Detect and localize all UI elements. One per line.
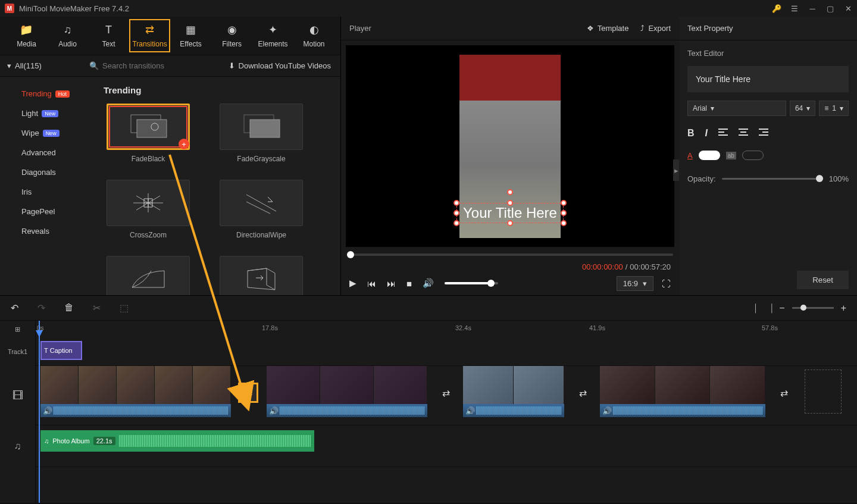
handle-tm[interactable] (507, 200, 513, 206)
timeline-fit-button[interactable]: ⎸⎹ (755, 303, 772, 314)
trans-thumb-fadeblack[interactable]: + (107, 104, 190, 150)
redo-button[interactable]: ↷ (37, 302, 45, 314)
transition-slot-1[interactable]: ⇄ (238, 383, 258, 403)
audio-clip[interactable]: ♫ Photo Album 22.1s (40, 430, 314, 452)
trans-pagecurl[interactable]: PageCurl (104, 256, 193, 295)
italic-button[interactable]: I (705, 128, 708, 139)
filters-tab[interactable]: ◉Filters (211, 19, 252, 52)
video-clip-4[interactable]: 🔊 (600, 366, 765, 417)
effects-tab[interactable]: ▦Effects (170, 19, 211, 52)
delete-button[interactable]: 🗑 (64, 302, 74, 314)
play-button[interactable]: ▶ (349, 278, 356, 289)
volume-icon[interactable]: 🔊 (423, 278, 434, 289)
export-button[interactable]: ⤴Export (640, 24, 671, 33)
trans-fold[interactable]: Fold (217, 256, 306, 295)
add-track-button[interactable]: ⊞ (0, 321, 35, 337)
cat-light[interactable]: LightNew (0, 104, 89, 123)
preview-viewport[interactable]: Your Title Here (346, 45, 674, 247)
opacity-slider[interactable] (722, 178, 823, 180)
cut-button[interactable]: ✂ (93, 302, 101, 314)
color-swatch-none[interactable] (742, 151, 764, 160)
timeline-ruler[interactable]: 0s 17.8s 32.4s 41.9s 57.8s (36, 321, 857, 337)
handle-mr[interactable] (561, 210, 567, 216)
key-icon[interactable]: 🔑 (772, 4, 781, 12)
handle-ml[interactable] (453, 210, 459, 216)
volume-slider[interactable] (445, 282, 498, 284)
zoom-in-button[interactable]: + (841, 303, 846, 314)
minimize-button[interactable]: ─ (808, 4, 817, 12)
trans-directionalwipe[interactable]: DirectionalWipe (217, 180, 306, 239)
transitions-tab[interactable]: ⇄Transitions (129, 19, 170, 52)
font-select[interactable]: Arial▾ (687, 101, 786, 116)
media-tab[interactable]: 📁Media (6, 19, 47, 52)
transition-slot-3[interactable]: ⇄ (573, 383, 593, 403)
video-track[interactable]: 🔊 ⇄ 🔊 ⇄ 🔊 ⇄ 🔊 ⇄ (36, 366, 857, 425)
handle-bm[interactable] (507, 220, 513, 226)
motion-tab[interactable]: ◐Motion (293, 19, 334, 52)
video-clip-2[interactable]: 🔊 (267, 366, 427, 417)
title-overlay[interactable]: Your Title Here (456, 203, 564, 223)
zoom-slider[interactable] (792, 307, 834, 309)
fullscreen-button[interactable]: ⛶ (662, 278, 671, 289)
undo-button[interactable]: ↶ (11, 302, 18, 314)
handle-bl[interactable] (453, 220, 459, 226)
close-button[interactable]: ✕ (844, 4, 852, 12)
cat-trending[interactable]: TrendingHot (0, 84, 89, 104)
text-color-button[interactable]: A (687, 151, 693, 160)
category-all[interactable]: ▾All(115) (0, 61, 89, 70)
zoom-out-button[interactable]: − (779, 303, 784, 314)
trans-fadegrayscale[interactable]: FadeGrayscale (217, 104, 306, 163)
cat-reveals[interactable]: Reveals (0, 221, 89, 241)
expand-tab[interactable]: ▸ (673, 159, 679, 181)
elements-tab[interactable]: ✦Elements (252, 19, 293, 52)
caption-track[interactable]: TCaption (36, 337, 857, 366)
add-icon[interactable]: + (179, 139, 189, 149)
video-clip-3[interactable]: 🔊 (463, 366, 564, 417)
search-input[interactable] (102, 61, 202, 70)
playhead[interactable] (39, 321, 40, 503)
bold-button[interactable]: B (687, 128, 695, 139)
handle-br[interactable] (561, 220, 567, 226)
crop-button[interactable]: ⬚ (120, 302, 129, 314)
maximize-button[interactable]: ▢ (826, 4, 834, 12)
video-clip-1[interactable]: 🔊 (40, 366, 231, 417)
cat-wipe[interactable]: WipeNew (0, 123, 89, 143)
line-height-select[interactable]: ≡1▾ (819, 101, 849, 116)
prev-button[interactable]: ⏮ (367, 278, 376, 289)
size-select[interactable]: 64▾ (790, 101, 815, 116)
transition-slot-2[interactable]: ⇄ (436, 383, 456, 403)
scrub-bar[interactable] (347, 251, 673, 259)
caption-clip[interactable]: TCaption (40, 341, 82, 360)
highlight-button[interactable]: ab (726, 152, 736, 159)
cat-pagepeel[interactable]: PagePeel (0, 202, 89, 221)
pagecurl-preview-icon (127, 266, 169, 292)
next-button[interactable]: ⏭ (387, 278, 396, 289)
stop-button[interactable]: ■ (406, 278, 412, 289)
transition-slot-4[interactable]: ⇄ (774, 383, 794, 403)
reset-button[interactable]: Reset (797, 271, 849, 289)
text-tab[interactable]: TText (88, 19, 129, 52)
clip-placeholder[interactable] (805, 370, 842, 414)
menu-icon[interactable]: ☰ (790, 4, 799, 12)
align-center-button[interactable] (739, 128, 748, 139)
scrub-head[interactable] (347, 251, 354, 258)
aspect-select[interactable]: 16:9▾ (617, 276, 653, 291)
search-box[interactable]: 🔍 (89, 61, 219, 70)
handle-rotate[interactable] (507, 189, 513, 195)
cat-iris[interactable]: Iris (0, 182, 89, 202)
cat-advanced[interactable]: Advanced (0, 143, 89, 162)
template-button[interactable]: ❖Template (587, 24, 629, 33)
cat-diagonals[interactable]: Diagonals (0, 162, 89, 182)
download-youtube-link[interactable]: ⬇Download YouTube Videos (219, 61, 340, 70)
audio-track[interactable]: ♫ Photo Album 22.1s (36, 425, 857, 467)
audio-tab[interactable]: ♫Audio (47, 19, 88, 52)
trans-fadeblack[interactable]: + FadeBlack (104, 104, 193, 163)
align-left-button[interactable] (718, 128, 728, 139)
app-title: MiniTool MovieMaker Free 7.4.2 (19, 4, 129, 13)
handle-tr[interactable] (561, 200, 567, 206)
title-input[interactable] (687, 66, 849, 92)
trans-crosszoom[interactable]: CrossZoom (104, 180, 193, 239)
handle-tl[interactable] (453, 200, 459, 206)
align-right-button[interactable] (759, 128, 768, 139)
color-swatch-white[interactable] (699, 151, 720, 160)
